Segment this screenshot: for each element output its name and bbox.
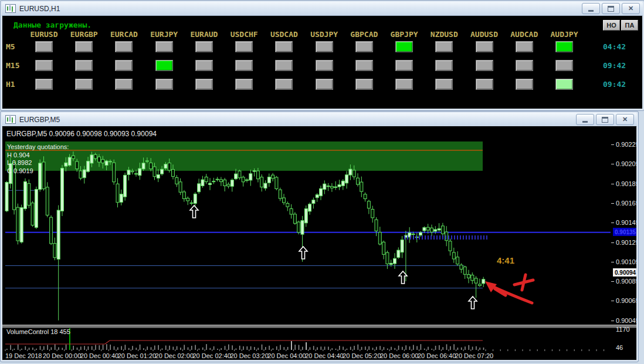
volume-bar bbox=[483, 348, 484, 350]
volume-bar bbox=[257, 348, 259, 350]
candle-body bbox=[434, 230, 437, 231]
volume-bar bbox=[416, 346, 418, 350]
candle-body bbox=[105, 161, 108, 165]
minimize-button[interactable] bbox=[576, 114, 594, 125]
close-icon: ✕ bbox=[622, 116, 628, 123]
volume-bar bbox=[73, 346, 74, 350]
volume-bar bbox=[55, 344, 56, 350]
signal-cell-h1-gbpcad bbox=[355, 79, 373, 90]
candle-body bbox=[386, 252, 389, 264]
candle-body bbox=[83, 170, 86, 178]
close-button[interactable]: ✕ bbox=[616, 114, 634, 125]
candle-body bbox=[53, 244, 56, 258]
price-axis-label: 0.90145 bbox=[616, 219, 636, 226]
signal-cell-m5-gbpcad bbox=[355, 41, 373, 52]
timeframe-label-h1: H1 bbox=[6, 80, 15, 89]
volume-bar bbox=[306, 342, 307, 350]
price-axis-label: 0.90045 bbox=[616, 317, 636, 324]
volume-bar bbox=[95, 345, 96, 350]
dashboard-panel: Данные загружены. НО ПА EURUSDEURGBPEURC… bbox=[2, 16, 642, 109]
volume-bar bbox=[188, 348, 189, 350]
minimize-button[interactable] bbox=[582, 3, 600, 14]
candle-body bbox=[401, 240, 404, 252]
volume-bar bbox=[421, 344, 422, 350]
signal-cell-h1-audcad bbox=[516, 79, 533, 90]
signal-cell-m15-audcad bbox=[516, 60, 533, 71]
candle-body bbox=[394, 258, 396, 264]
chart-icon bbox=[5, 115, 16, 124]
yq-title: Yesterday quotations: bbox=[7, 143, 69, 151]
signal-cell-h1-eurgbp bbox=[75, 79, 93, 90]
button-PA[interactable]: ПА bbox=[621, 20, 638, 31]
time-axis-label: 20 Dec 01:20 bbox=[118, 352, 156, 359]
volume-bar bbox=[21, 349, 22, 350]
candle-body bbox=[290, 208, 293, 214]
volume-bar bbox=[117, 348, 118, 350]
price-axis-tick bbox=[611, 262, 614, 262]
volume-bar bbox=[313, 346, 314, 350]
button-NO[interactable]: НО bbox=[603, 20, 620, 31]
signal-cell-m5-eurjpy bbox=[155, 41, 173, 52]
volume-bar bbox=[221, 348, 222, 350]
volume-bar bbox=[114, 346, 115, 350]
candle-body bbox=[463, 267, 466, 275]
volume-bar bbox=[479, 348, 480, 350]
minimize-icon bbox=[588, 10, 594, 12]
candle-body bbox=[216, 179, 219, 180]
volume-bar bbox=[284, 347, 285, 350]
restore-button[interactable] bbox=[596, 114, 614, 125]
volume-bar bbox=[402, 347, 403, 350]
volume-bar bbox=[262, 345, 263, 350]
volume-bar bbox=[154, 345, 155, 350]
column-header-usdjpy: USDJPY bbox=[310, 30, 338, 39]
candle-body bbox=[161, 169, 164, 174]
candle-body bbox=[341, 181, 344, 186]
chart-area[interactable]: EURGBP,M5 0.90096 0.90098 0.90093 0.9009… bbox=[2, 126, 636, 360]
column-header-eurusd: EURUSD bbox=[30, 30, 58, 39]
signal-cell-m5-eurgbp bbox=[75, 41, 93, 52]
candle-body bbox=[256, 171, 259, 179]
candle-body bbox=[20, 208, 23, 242]
yq-low: L 0.8982 bbox=[7, 159, 69, 167]
signal-cell-h1-eurcad bbox=[115, 79, 133, 90]
signal-cell-m5-audusd bbox=[476, 41, 493, 52]
candle-body bbox=[431, 228, 433, 232]
time-axis-label: 20 Dec 00:00 bbox=[43, 352, 81, 359]
titlebar-eurgbp[interactable]: EURGBP,M5 ✕ bbox=[2, 113, 637, 127]
titlebar-eurusd[interactable]: EURUSD,H1 ✕ bbox=[2, 2, 643, 16]
restore-button[interactable] bbox=[602, 3, 620, 14]
candle-body bbox=[142, 163, 145, 169]
time-axis-label: 20 Dec 02:40 bbox=[193, 352, 231, 359]
signal-cell-h1-usdchf bbox=[235, 79, 253, 90]
candle-body bbox=[312, 200, 315, 204]
volume-bar bbox=[247, 346, 248, 350]
candle-body bbox=[364, 194, 367, 199]
volume-bar bbox=[91, 346, 93, 350]
volume-bar bbox=[409, 346, 411, 350]
candle-body bbox=[172, 170, 175, 177]
volume-bar bbox=[424, 349, 425, 350]
candle-body bbox=[460, 265, 463, 269]
candle-body bbox=[76, 161, 79, 169]
signal-cell-m5-eurusd bbox=[35, 41, 53, 52]
volume-bar bbox=[472, 346, 473, 350]
close-button[interactable]: ✕ bbox=[622, 3, 640, 14]
signal-cell-m15-usdjpy bbox=[316, 60, 333, 71]
column-header-eurcad: EURCAD bbox=[110, 30, 138, 39]
countdown-h1: 09:42 bbox=[603, 80, 626, 89]
candle-body bbox=[301, 221, 304, 234]
volume-bar bbox=[191, 346, 192, 350]
volume-bar bbox=[413, 345, 414, 350]
signal-cell-m15-eurusd bbox=[35, 60, 53, 71]
candle-body bbox=[90, 155, 93, 163]
pane-divider[interactable] bbox=[2, 325, 636, 328]
volume-bar bbox=[88, 346, 89, 350]
volume-bar bbox=[165, 346, 167, 350]
candle-body bbox=[441, 226, 444, 234]
candle-body bbox=[179, 182, 182, 193]
volume-bar bbox=[376, 347, 377, 350]
candle-body bbox=[419, 232, 422, 235]
volume-bar bbox=[10, 345, 11, 350]
signal-cell-m15-eurcad bbox=[115, 60, 133, 71]
candle-body bbox=[168, 163, 171, 171]
